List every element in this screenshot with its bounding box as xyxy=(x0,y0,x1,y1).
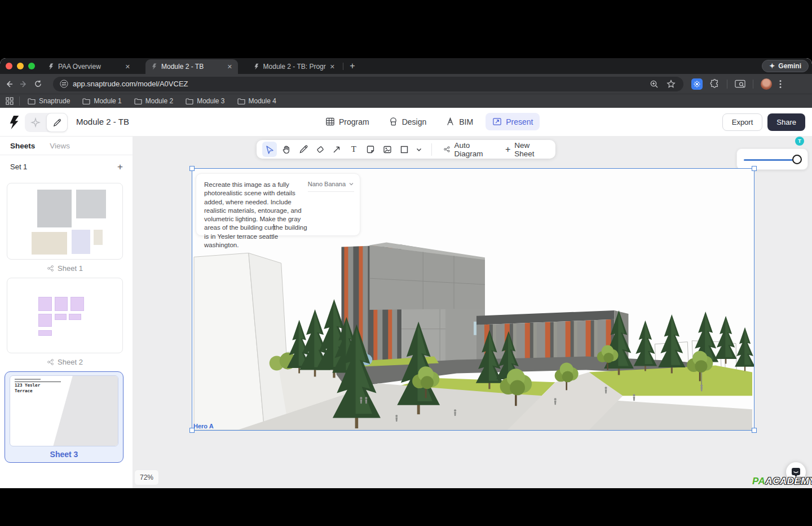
model-selector-dropdown[interactable]: Nano Banana xyxy=(308,181,354,192)
forward-button[interactable] xyxy=(19,80,34,89)
ai-mode-button[interactable] xyxy=(25,113,46,132)
new-sheet-button[interactable]: + New Sheet xyxy=(501,141,550,158)
minimize-window-button[interactable] xyxy=(17,63,24,69)
back-button[interactable] xyxy=(5,80,19,89)
bookmark-label: Module 1 xyxy=(94,97,121,105)
sheet3-doc-title: Terrace xyxy=(15,388,40,394)
folder-icon xyxy=(237,98,245,104)
extensions-puzzle-icon[interactable] xyxy=(710,79,720,89)
tab-module2-tb-program[interactable]: Module 2 - TB: Program ✕ xyxy=(248,59,341,74)
bookmark-module-2[interactable]: Module 2 xyxy=(134,97,173,105)
site-settings-icon[interactable] xyxy=(60,80,68,88)
auto-diagram-button[interactable]: Auto Diagram xyxy=(439,141,498,158)
ai-prompt-card[interactable]: Recreate this image as a fully photoreal… xyxy=(196,173,360,236)
sheet3-preview: 123 Yesler Terrace xyxy=(10,375,118,446)
zoom-window-button[interactable] xyxy=(28,63,35,69)
tab-views[interactable]: Views xyxy=(50,142,70,150)
hand-icon xyxy=(281,144,292,155)
reload-button[interactable] xyxy=(34,80,48,88)
gemini-label: Gemini xyxy=(778,62,801,70)
rectangle-icon xyxy=(399,144,409,155)
presentation-canvas[interactable]: T xyxy=(133,137,812,488)
sheet1-thumbnail[interactable] xyxy=(7,183,123,260)
collaborator-badge[interactable]: T xyxy=(795,137,804,146)
zoom-page-icon[interactable] xyxy=(650,80,659,89)
image-icon xyxy=(382,144,392,155)
window-controls xyxy=(6,63,35,69)
sheet2-thumbnail[interactable] xyxy=(7,278,123,353)
screen-search-icon[interactable] xyxy=(735,80,745,89)
tab-label: Module 2 - TB xyxy=(161,63,204,71)
sheet3-thumbnail-selected[interactable]: 123 Yesler Terrace Sheet 3 xyxy=(5,371,123,463)
profile-avatar[interactable] xyxy=(761,78,772,90)
share-button[interactable]: Share xyxy=(767,113,805,131)
browser-window: PAA Overview ✕ Module 2 - TB ✕ Module 2 … xyxy=(0,58,812,488)
chrome-menu-icon[interactable] xyxy=(779,80,782,89)
new-tab-button[interactable]: + xyxy=(347,61,358,71)
folder-icon xyxy=(134,98,142,104)
frame-label[interactable]: Hero A xyxy=(193,423,214,429)
arrow-tool[interactable] xyxy=(330,142,345,157)
url-text: app.snaptrude.com/model/A0VCEZ xyxy=(73,80,188,88)
tab-close-icon[interactable]: ✕ xyxy=(330,63,335,71)
tab-paa-overview[interactable]: PAA Overview ✕ xyxy=(42,59,136,74)
draw-tool[interactable] xyxy=(296,142,311,157)
bookmarks-divider xyxy=(19,97,20,106)
close-window-button[interactable] xyxy=(6,63,12,69)
tab-close-icon[interactable]: ✕ xyxy=(125,63,130,71)
sticky-note-tool[interactable] xyxy=(363,142,378,157)
select-tool[interactable] xyxy=(262,142,277,157)
eraser-tool[interactable] xyxy=(313,142,328,157)
tab-strip: PAA Overview ✕ Module 2 - TB ✕ Module 2 … xyxy=(0,58,812,74)
bookmark-module-3[interactable]: Module 3 xyxy=(186,97,224,105)
slider-handle[interactable] xyxy=(792,155,802,164)
prompt-text[interactable]: Recreate this image as a fully photoreal… xyxy=(204,181,312,249)
watermark-pa: PA xyxy=(752,476,765,486)
more-shapes-dropdown[interactable] xyxy=(414,142,425,157)
address-bar[interactable]: app.snaptrude.com/model/A0VCEZ xyxy=(53,77,683,91)
auto-diagram-label: Auto Diagram xyxy=(454,141,494,158)
nav-present[interactable]: Present xyxy=(486,113,540,130)
gemini-sparkle-icon: ✦ xyxy=(769,62,775,70)
bookmark-star-icon[interactable] xyxy=(667,80,676,89)
folder-icon xyxy=(28,98,36,104)
document-title: Module 2 - TB xyxy=(76,117,129,126)
nav-design[interactable]: Design xyxy=(382,113,434,130)
resize-handle-bottom-right[interactable] xyxy=(752,428,757,433)
bookmark-snaptrude[interactable]: Snaptrude xyxy=(28,97,70,105)
zoom-level-badge[interactable]: 72% xyxy=(134,470,159,485)
nav-bim[interactable]: BIM xyxy=(439,113,480,130)
edit-mode-button[interactable] xyxy=(46,113,68,132)
text-tool-icon: T xyxy=(351,144,356,154)
screen: PAA Overview ✕ Module 2 - TB ✕ Module 2 … xyxy=(0,0,812,526)
sheet2-label-row[interactable]: Sheet 2 xyxy=(7,358,123,366)
image-tool[interactable] xyxy=(380,142,395,157)
resize-handle-top-right[interactable] xyxy=(752,166,757,171)
tab-close-icon[interactable]: ✕ xyxy=(227,63,232,71)
bookmarks-bar: Snaptrude Module 1 Module 2 Module 3 Mod… xyxy=(0,94,812,108)
arrow-icon xyxy=(332,144,342,155)
canvas-toolbar: T xyxy=(257,140,555,159)
pinned-extension-icon[interactable] xyxy=(691,78,703,90)
folder-icon xyxy=(186,98,193,104)
tab-module2-tb[interactable]: Module 2 - TB ✕ xyxy=(145,59,238,74)
slider-track[interactable] xyxy=(744,159,797,161)
cursor-icon xyxy=(264,144,275,155)
bookmark-label: Module 3 xyxy=(197,97,224,105)
tab-sheets[interactable]: Sheets xyxy=(10,142,35,150)
hero-a-frame[interactable]: Recreate this image as a fully photoreal… xyxy=(192,168,754,431)
apps-grid-icon[interactable] xyxy=(6,97,14,105)
bookmark-module-1[interactable]: Module 1 xyxy=(82,97,121,105)
shape-tool[interactable] xyxy=(397,142,412,157)
text-tool[interactable]: T xyxy=(346,142,361,157)
toolbar-divider xyxy=(727,80,727,89)
resize-handle-top-left[interactable] xyxy=(189,166,195,171)
bookmark-module-4[interactable]: Module 4 xyxy=(237,97,276,105)
export-button[interactable]: Export xyxy=(722,113,763,131)
gemini-button[interactable]: ✦ Gemini xyxy=(762,60,809,72)
sheet-label: Sheet 2 xyxy=(58,358,83,366)
nav-program[interactable]: Program xyxy=(319,113,376,130)
sheet1-label-row[interactable]: Sheet 1 xyxy=(7,264,123,273)
add-set-button[interactable]: + xyxy=(117,162,123,172)
pan-tool[interactable] xyxy=(279,142,294,157)
